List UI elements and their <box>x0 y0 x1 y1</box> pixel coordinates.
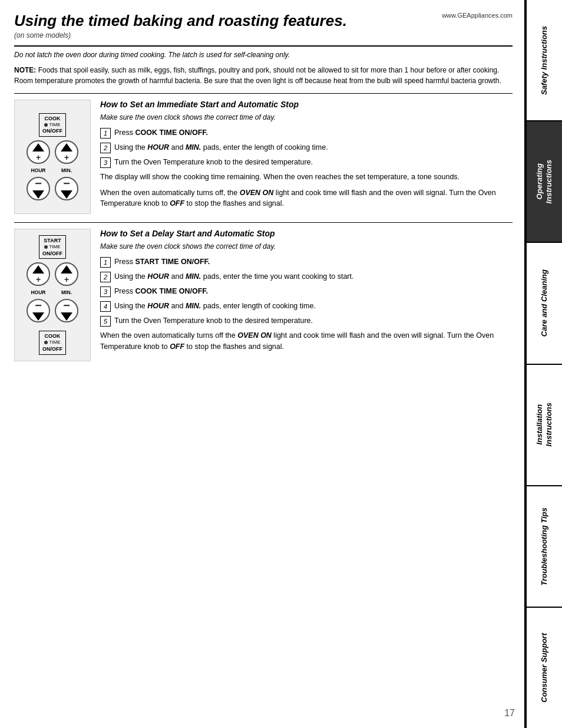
step2-5: 5 Turn the Oven Temperature knob to the … <box>100 315 513 327</box>
sidebar-item-consumer[interactable]: Consumer Support <box>527 608 562 728</box>
down-arrow-icon <box>32 190 44 199</box>
hour-down-btn: − <box>27 177 50 200</box>
min-up-btn-2: + <box>55 262 78 286</box>
plus-icon: + <box>36 153 41 162</box>
step-text-2-5: Turn the Oven Temperature knob to the de… <box>114 315 313 327</box>
s2-body1-before: When the oven automatically turns off th… <box>100 331 237 340</box>
step-number-2-3: 3 <box>100 286 111 297</box>
hour-up-btn: + <box>27 140 50 164</box>
min-bold: MIN. <box>186 143 201 151</box>
minus-icon-2: − <box>63 179 70 188</box>
start-time-btn-diagram: START TIME ON/OFF <box>39 235 66 259</box>
body2-end: to stop the flashes and signal. <box>184 199 284 207</box>
website-url: www.GEAppliances.com <box>442 12 513 19</box>
step1-2: 2 Using the HOUR and MIN. pads, enter th… <box>100 142 513 153</box>
hour-label-2: HOUR <box>27 289 50 295</box>
hour-up-btn-2: + <box>27 262 50 286</box>
sidebar-item-care[interactable]: Care and Cleaning <box>527 243 562 364</box>
section-delay-start: START TIME ON/OFF + + <box>14 229 513 361</box>
hour-down-btn-2: − <box>27 299 50 322</box>
min-bold-2: MIN. <box>186 272 201 281</box>
min-down-btn-2: − <box>55 299 78 322</box>
diagram-top-2: START TIME ON/OFF <box>39 235 66 259</box>
content-delay: How to Set a Delay Start and Automatic S… <box>100 229 513 361</box>
down-arrow-icon-2 <box>61 190 72 199</box>
step-bold-1-1: COOK TIME ON/OFF. <box>135 129 208 137</box>
hour-min-labels-2: HOUR MIN. <box>27 289 78 295</box>
min-up-btn: + <box>55 140 78 164</box>
sidebar-item-operating[interactable]: Operating Instructions <box>527 121 562 243</box>
down-arrow-row: − − <box>27 177 78 200</box>
cook-time-btn-diagram-2: COOK TIME ON/OFF <box>39 331 66 354</box>
step-text-2-3: Press COOK TIME ON/OFF. <box>114 286 208 297</box>
down-arrow-icon-3 <box>32 312 44 321</box>
page-title: Using the timed baking and roasting feat… <box>14 12 347 30</box>
page-subtitle: (on some models) <box>14 31 347 39</box>
diagram-delay: START TIME ON/OFF + + <box>14 229 91 361</box>
min-bold-3: MIN. <box>186 302 201 310</box>
section1-intro: Make sure the oven clock shows the corre… <box>100 113 513 123</box>
s2-oven-on: OVEN ON <box>237 331 272 340</box>
step-number-2-5: 5 <box>100 316 111 327</box>
step-number-2-1: 1 <box>100 257 111 268</box>
step-number-1-2: 2 <box>100 143 111 153</box>
minus-icon-3: − <box>35 301 42 310</box>
step-text-1-2: Using the HOUR and MIN. pads, enter the … <box>114 142 328 153</box>
note-label: NOTE: <box>14 66 36 74</box>
step1-1: 1 Press COOK TIME ON/OFF. <box>100 127 513 139</box>
down-arrow-icon-4 <box>61 312 72 321</box>
up-arrow-row-2: + + <box>27 262 78 286</box>
cook-time-btn-2-wrap: COOK TIME ON/OFF <box>39 331 66 354</box>
up-arrow-row: + + <box>27 140 78 164</box>
min-label: MIN. <box>55 167 78 173</box>
plus-icon-3: + <box>36 275 41 284</box>
body2-before: When the oven automatically turns off, t… <box>100 189 240 197</box>
sidebar-item-safety[interactable]: Safety Instructions <box>527 0 562 121</box>
sidebar-item-installation[interactable]: Installation Instructions <box>527 365 562 486</box>
do-not-latch-warning: Do not latch the oven door during timed … <box>14 50 513 60</box>
up-arrow-icon <box>32 143 44 151</box>
sidebar-label-safety: Safety Instructions <box>540 26 549 95</box>
hour-bold-3: HOUR <box>147 302 169 310</box>
section1-heading: How to Set an Immediate Start and Automa… <box>100 100 513 109</box>
min-down-btn: − <box>55 177 78 200</box>
step2-4: 4 Using the HOUR and MIN. pads, enter le… <box>100 301 513 312</box>
step-number-1-1: 1 <box>100 128 111 139</box>
oven-on-bold: OVEN ON <box>240 189 274 197</box>
s2-body1-end: to stop the flashes and signal. <box>184 342 284 351</box>
sidebar-label-care: Care and Cleaning <box>540 269 549 337</box>
page-number: 17 <box>504 708 515 719</box>
header-row: Using the timed baking and roasting feat… <box>14 12 513 42</box>
up-arrow-icon-4 <box>61 265 72 274</box>
step-num-italic-3: 3 <box>104 159 107 166</box>
hour-min-labels: HOUR MIN. <box>27 167 78 173</box>
step-text-1-1: Press COOK TIME ON/OFF. <box>114 127 208 139</box>
step-number-2-4: 4 <box>100 301 111 312</box>
step1-3: 3 Turn the Oven Temperature knob to the … <box>100 157 513 168</box>
start-time-bold: START TIME ON/OFF. <box>135 258 210 266</box>
step-text-2-2: Using the HOUR and MIN. pads, enter the … <box>114 271 353 282</box>
top-divider <box>14 45 513 47</box>
sidebar-item-troubleshooting[interactable]: Troubleshooting Tips <box>527 486 562 608</box>
page-wrapper: Using the timed baking and roasting feat… <box>0 0 562 728</box>
hour-bold: HOUR <box>147 143 169 151</box>
step-number-1-3: 3 <box>100 157 111 168</box>
section1-body1: The display will show the cooking time r… <box>100 172 513 183</box>
hour-label: HOUR <box>27 167 50 173</box>
up-arrow-icon-3 <box>32 265 44 274</box>
diagram-top-1: COOK TIME ON/OFF <box>39 113 66 137</box>
plus-icon-4: + <box>64 275 69 284</box>
cook-time-bold-2: COOK TIME ON/OFF. <box>135 287 208 295</box>
section2-body1: When the oven automatically turns off th… <box>100 330 513 353</box>
hour-bold-2: HOUR <box>147 272 169 281</box>
step-number-2-2: 2 <box>100 272 111 282</box>
minus-icon-4: − <box>63 301 70 310</box>
sidebar-label-consumer: Consumer Support <box>540 633 549 703</box>
step-num-italic-2: 2 <box>104 144 107 151</box>
minus-icon: − <box>35 179 42 188</box>
s2-off-bold: OFF <box>170 342 184 351</box>
note-block: NOTE: Foods that spoil easily, such as m… <box>14 65 513 86</box>
step-text-1-3: Turn the Oven Temperature knob to the de… <box>114 157 313 168</box>
off-bold: OFF <box>170 199 184 207</box>
cook-time-btn-diagram: COOK TIME ON/OFF <box>39 113 66 137</box>
